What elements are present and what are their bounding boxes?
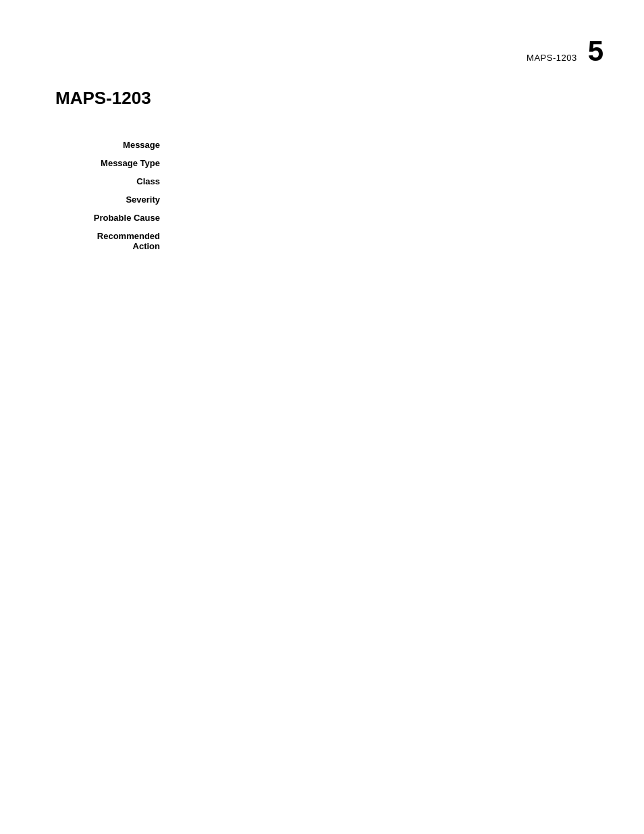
header-page-number: 5 [588, 37, 603, 66]
field-row-recommended-action: RecommendedAction [55, 227, 590, 255]
field-label-message-type: Message Type [55, 154, 173, 172]
field-value-class [173, 172, 590, 190]
field-label-message: Message [55, 136, 173, 154]
field-label-severity: Severity [55, 190, 173, 209]
field-value-message [173, 136, 590, 154]
field-value-severity [173, 190, 590, 209]
field-label-probable-cause: Probable Cause [55, 209, 173, 227]
field-label-recommended-action: RecommendedAction [55, 227, 173, 255]
field-value-recommended-action [173, 227, 590, 255]
fields-table: Message Message Type Class Severity Prob… [55, 136, 590, 255]
header-code: MAPS-1203 [527, 53, 577, 63]
page-title: MAPS-1203 [55, 88, 590, 109]
field-row-severity: Severity [55, 190, 590, 209]
field-value-message-type [173, 154, 590, 172]
field-row-message: Message [55, 136, 590, 154]
field-row-class: Class [55, 172, 590, 190]
field-row-probable-cause: Probable Cause [55, 209, 590, 227]
field-label-class: Class [55, 172, 173, 190]
field-value-probable-cause [173, 209, 590, 227]
field-row-message-type: Message Type [55, 154, 590, 172]
page-header: MAPS-1203 5 [527, 37, 603, 66]
